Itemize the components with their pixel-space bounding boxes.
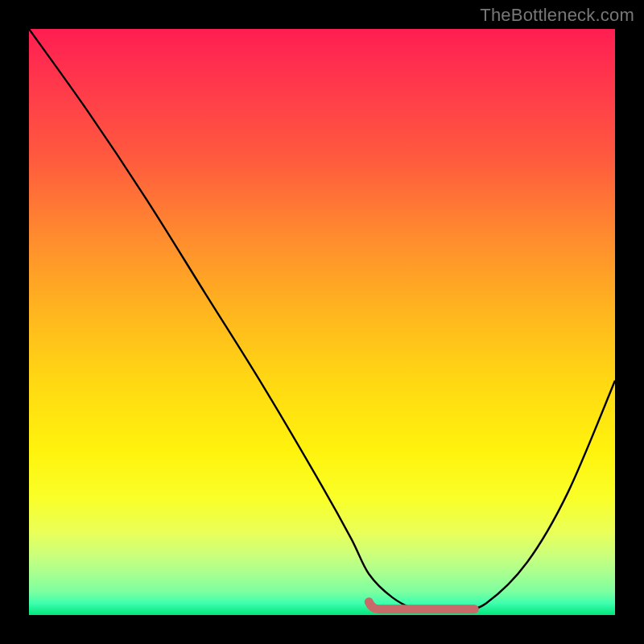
curve-path xyxy=(29,29,615,610)
watermark-text: TheBottleneck.com xyxy=(480,5,634,26)
bottleneck-curve xyxy=(29,29,615,615)
plot-area xyxy=(29,29,615,615)
chart-frame: TheBottleneck.com xyxy=(0,0,644,644)
flat-marker xyxy=(369,602,474,609)
